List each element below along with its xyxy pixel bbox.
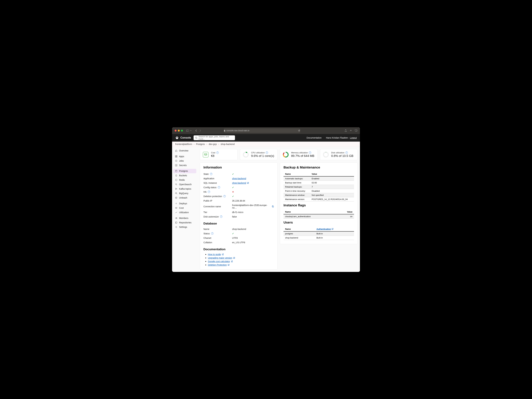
app-logo[interactable]: Console [175,136,191,139]
tabs-icon[interactable] [355,129,357,131]
browser-window: console.nav.cloud.nais.io Console Search… [172,127,360,272]
help-icon[interactable]: ? [220,215,222,218]
doc-link[interactable]: Google cost calculator [208,260,233,263]
table-header: Name [284,172,310,176]
sidebar-toggle-icon[interactable] [186,130,189,132]
sidebar-item-label: Secrets [179,164,187,167]
svg-point-29 [176,227,177,227]
sidebar-item-members[interactable]: Members [173,216,196,220]
sidebar-item-postgres[interactable]: Postgres [173,169,196,173]
svg-rect-27 [175,222,177,223]
stream-icon [175,187,177,190]
help-icon[interactable]: ? [210,173,212,175]
svg-rect-4 [355,129,357,131]
svg-point-26 [176,218,177,218]
sidebar-item-unleash[interactable]: Unleash [173,195,196,200]
sidebar-item-overview[interactable]: Overview [173,149,196,153]
application-link[interactable]: shop-backend [232,177,246,180]
doc-link[interactable]: Upgrading major version [208,257,235,259]
svg-point-38 [323,152,328,157]
kv-value: en_US.UTF8 [232,241,274,244]
table-row: Point in time recovery:Disabled [284,189,354,193]
url-text: console.nav.cloud.nais.io [226,129,249,132]
sidebar-item-label: Deploys [179,202,187,205]
clock-icon [175,160,177,162]
breadcrumb-item[interactable]: frontendplattform [175,143,192,145]
share-icon[interactable] [345,129,347,132]
url-bar[interactable]: console.nav.cloud.nais.io [224,128,300,133]
stat-label: Disk utilization [331,151,344,154]
sidebar-item-kafka[interactable]: Kafka topics [173,187,196,191]
kv-key: Deletion protection [203,195,222,198]
logout-link[interactable]: Logout [350,137,357,139]
sidebar-item-label: Jobs [179,160,184,162]
help-icon[interactable]: ? [211,232,214,235]
coins-icon [203,151,209,158]
help-icon[interactable]: ? [345,151,348,154]
help-icon[interactable]: ? [309,151,311,154]
users-icon [175,217,177,219]
new-tab-icon[interactable] [350,129,352,131]
sidebar-item-label: Utilization [179,211,189,214]
stat-value: €8 [211,154,219,158]
authentication-link[interactable]: Authentication [317,228,334,230]
kv-value: shop-backend [232,228,274,230]
sidebar-item-buckets[interactable]: Buckets [173,173,196,178]
sidebar-item-redis[interactable]: Redis [173,178,196,182]
table-row: Maintenance window:Not specified [284,193,354,197]
help-icon[interactable]: ? [218,186,220,188]
sidebar-item-cost[interactable]: Cost [173,206,196,210]
forward-icon[interactable] [199,130,201,132]
svg-rect-10 [176,156,177,157]
check-icon: ✓ [232,232,234,235]
sidebar-item-jobs[interactable]: Jobs [173,159,196,163]
table-row: Maintenance version:POSTGRES_14_12.R2024… [284,197,354,201]
sidebar-item-secrets[interactable]: Secrets [173,163,196,168]
chevron-down-icon[interactable] [190,130,191,131]
table-row: Retained backups:7 [284,185,354,189]
breadcrumb-item[interactable]: Postgres [196,143,205,145]
documentation-link[interactable]: Documentation [307,137,322,139]
help-icon[interactable]: ? [216,151,219,154]
sidebar-item-label: Cost [179,207,184,209]
deploy-icon [175,202,177,205]
sidebar-item-apps[interactable]: Apps [173,154,196,159]
search-input[interactable]: Search for apps, jobs, teams and more... [194,135,235,140]
table-cell: on [338,214,354,218]
sidebar-item-settings[interactable]: Settings [173,225,196,229]
search-placeholder: Search for apps, jobs, teams and more... [198,135,233,140]
donut-chart-icon [283,151,289,158]
close-window-icon[interactable] [175,130,177,131]
sidebar-item-repositories[interactable]: Repositories [173,220,196,225]
doc-link[interactable]: Deletion Protection [208,264,229,266]
breadcrumb-item[interactable]: dev-gcp [209,143,217,145]
copy-icon[interactable] [272,205,274,208]
svg-point-13 [175,170,177,171]
sidebar-item-opensearch[interactable]: OpenSearch [173,182,196,187]
doc-link[interactable]: How to guide [208,253,224,256]
table-cell: postgres [284,231,315,236]
table-cell: Point in time recovery: [284,189,310,193]
maximize-window-icon[interactable] [181,130,183,131]
minimize-window-icon[interactable] [178,130,180,131]
table-header: Name [284,210,338,214]
external-link-icon [332,228,334,230]
help-icon[interactable]: ? [266,151,268,154]
table-header: Value [338,210,354,214]
table-header: Value [310,172,354,176]
stat-disk: Disk utilization? 0.8% of 10.5 GB [320,149,358,160]
sidebar-item-label: BigQuery [179,192,188,194]
asterisk-icon [175,164,177,167]
back-icon[interactable] [195,130,197,132]
panels: Information State?✓ Applicationshop-back… [200,162,358,270]
sidebar-item-deploys[interactable]: Deploys [173,201,196,206]
magnify-icon [175,192,177,194]
help-icon[interactable]: ? [223,195,226,197]
kv-key: Name [203,228,232,230]
sql-instance-link[interactable]: shop-backend [232,182,246,184]
help-icon[interactable]: ? [208,191,210,193]
sidebar-item-utilization[interactable]: Utilization [173,210,196,215]
reload-icon[interactable] [298,130,300,132]
sidebar-item-bigquery[interactable]: BigQuery [173,191,196,195]
app-header: Console Search for apps, jobs, teams and… [172,134,360,142]
